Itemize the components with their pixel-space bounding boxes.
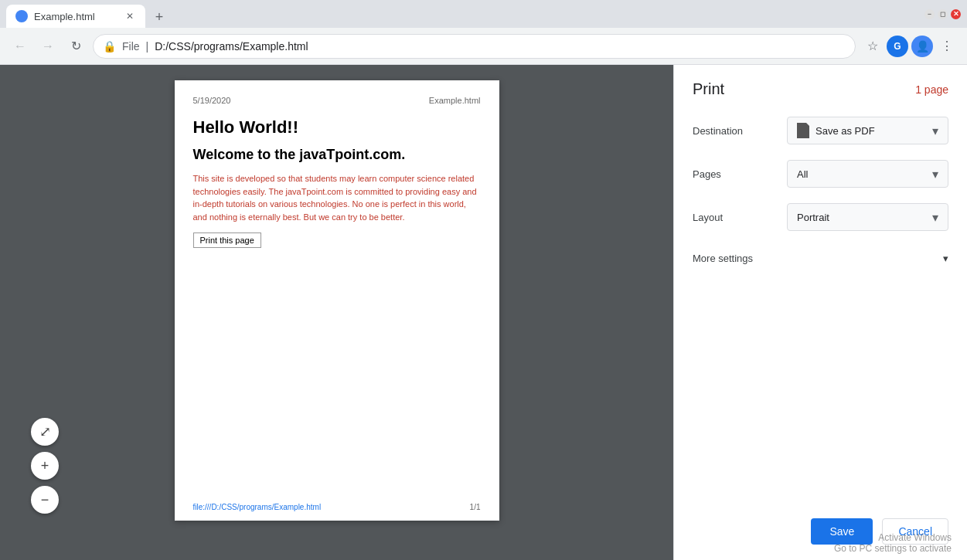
settings-title: Print bbox=[693, 80, 724, 98]
zoom-fit-button[interactable]: ⤢ bbox=[31, 418, 59, 446]
window-controls: − ◻ ✕ bbox=[924, 9, 961, 19]
pages-select[interactable]: All ▾ bbox=[787, 160, 948, 188]
layout-label: Layout bbox=[693, 212, 778, 223]
preview-page-number: 1/1 bbox=[470, 503, 481, 511]
url-bar[interactable]: 🔒 File | D:/CSS/programs/Example.html bbox=[93, 34, 856, 59]
preview-print-button[interactable]: Print this page bbox=[193, 232, 261, 248]
print-preview-overlay: 5/19/2020 Example.html Hello World!! Wel… bbox=[0, 65, 673, 560]
tab-bar: Example.html ✕ + bbox=[6, 0, 924, 28]
tab-close-button[interactable]: ✕ bbox=[124, 10, 136, 22]
more-settings-chevron-icon: ▾ bbox=[943, 253, 948, 264]
layout-select[interactable]: Portrait ▾ bbox=[787, 203, 948, 231]
page-count: 1 page bbox=[915, 83, 948, 96]
preview-footer: file:///D:/CSS/programs/Example.html 1/1 bbox=[193, 503, 481, 511]
pages-value: All bbox=[797, 168, 808, 180]
webpage-content: Hello Wo Welcom This site is de in-depth… bbox=[0, 65, 673, 560]
restore-button[interactable]: ◻ bbox=[938, 9, 948, 19]
active-tab[interactable]: Example.html ✕ bbox=[6, 5, 145, 28]
preview-header: 5/19/2020 Example.html bbox=[193, 96, 481, 105]
settings-spacer bbox=[693, 270, 948, 506]
tab-favicon bbox=[15, 10, 28, 22]
browser-window: Example.html ✕ + − ◻ ✕ ← → ↻ 🔒 File | D:… bbox=[0, 0, 967, 560]
pdf-icon bbox=[797, 123, 809, 138]
layout-chevron-icon: ▾ bbox=[932, 210, 938, 225]
preview-subtitle: Welcome to the javaTpoint.com. bbox=[193, 147, 481, 163]
layout-row: Layout Portrait ▾ bbox=[693, 203, 948, 231]
preview-date: 5/19/2020 bbox=[193, 96, 231, 105]
preview-footer-url: file:///D:/CSS/programs/Example.html bbox=[193, 503, 322, 511]
layout-value: Portrait bbox=[797, 212, 829, 223]
settings-header: Print 1 page bbox=[693, 80, 948, 98]
tab-title: Example.html bbox=[34, 11, 95, 22]
main-area: Hello Wo Welcom This site is de in-depth… bbox=[0, 65, 967, 560]
more-settings-row[interactable]: More settings ▾ bbox=[693, 246, 948, 270]
activate-windows-line1: Activate Windows bbox=[834, 532, 952, 543]
translate-icon[interactable]: G bbox=[887, 36, 908, 57]
zoom-controls: ⤢ + − bbox=[31, 418, 59, 514]
preview-page: 5/19/2020 Example.html Hello World!! Wel… bbox=[175, 80, 499, 521]
activate-windows-line2: Go to PC settings to activate bbox=[834, 543, 952, 554]
preview-title: Hello World!! bbox=[193, 117, 481, 137]
destination-select[interactable]: Save as PDF ▾ bbox=[787, 117, 948, 144]
pages-label: Pages bbox=[693, 168, 778, 180]
back-button[interactable]: ← bbox=[9, 36, 31, 57]
toolbar-icons: ☆ G 👤 ⋮ bbox=[862, 36, 958, 57]
destination-label: Destination bbox=[693, 125, 778, 137]
address-bar: ← → ↻ 🔒 File | D:/CSS/programs/Example.h… bbox=[0, 28, 967, 65]
title-bar: Example.html ✕ + − ◻ ✕ bbox=[0, 0, 967, 28]
destination-chevron-icon: ▾ bbox=[932, 124, 938, 138]
profile-icon[interactable]: 👤 bbox=[911, 36, 933, 57]
pages-row: Pages All ▾ bbox=[693, 160, 948, 188]
pages-chevron-icon: ▾ bbox=[932, 167, 938, 182]
destination-row: Destination Save as PDF ▾ bbox=[693, 117, 948, 144]
reload-button[interactable]: ↻ bbox=[65, 36, 87, 57]
menu-icon[interactable]: ⋮ bbox=[936, 36, 958, 57]
destination-inner: Save as PDF bbox=[797, 123, 932, 138]
forward-button[interactable]: → bbox=[37, 36, 59, 57]
destination-value: Save as PDF bbox=[815, 125, 875, 137]
activate-windows: Activate Windows Go to PC settings to ac… bbox=[834, 532, 952, 554]
print-settings-panel: Print 1 page Destination Save as PDF ▾ P… bbox=[673, 65, 967, 560]
preview-filename: Example.html bbox=[429, 96, 481, 105]
bookmark-icon[interactable]: ☆ bbox=[862, 36, 884, 57]
security-icon: 🔒 bbox=[103, 40, 116, 53]
preview-body: This site is developed so that students … bbox=[193, 172, 481, 223]
zoom-out-button[interactable]: − bbox=[31, 486, 59, 514]
minimize-button[interactable]: − bbox=[924, 9, 935, 19]
close-button[interactable]: ✕ bbox=[951, 9, 961, 19]
new-tab-button[interactable]: + bbox=[148, 6, 170, 28]
more-settings-label: More settings bbox=[693, 253, 753, 264]
zoom-in-button[interactable]: + bbox=[31, 452, 59, 480]
